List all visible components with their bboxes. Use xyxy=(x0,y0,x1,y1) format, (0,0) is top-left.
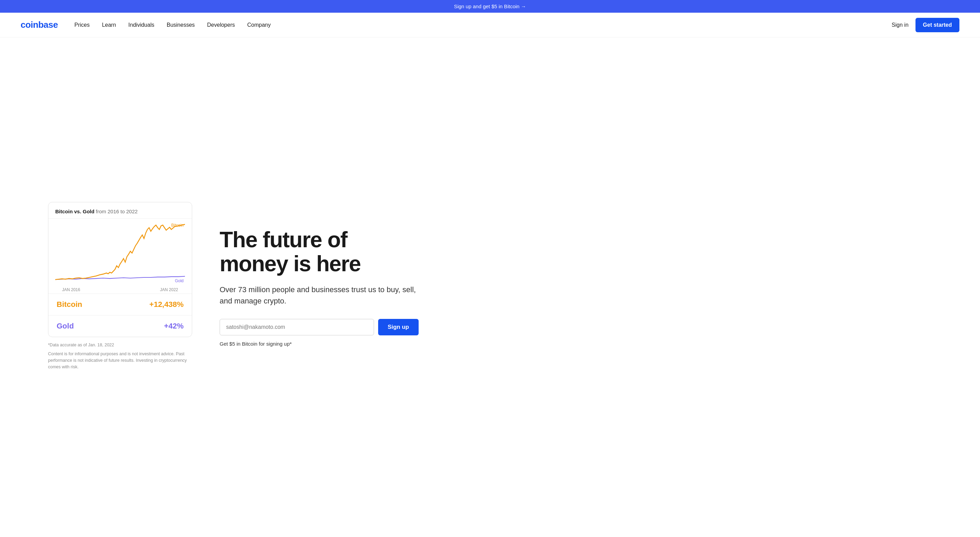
bitcoin-stat-name: Bitcoin xyxy=(57,300,82,309)
chart-svg xyxy=(55,222,185,284)
chart-area: Bitcoin Gold JAN 2016 JAN 2022 xyxy=(48,218,192,294)
nav-item-developers[interactable]: Developers xyxy=(207,22,235,28)
signup-button[interactable]: Sign up xyxy=(378,319,418,335)
gold-stat-row: Gold +42% xyxy=(48,315,192,337)
nav-item-prices[interactable]: Prices xyxy=(75,22,89,28)
logo[interactable]: coinbase xyxy=(21,19,58,30)
nav-item-company[interactable]: Company xyxy=(247,22,270,28)
banner-text: Sign up and get $5 in Bitcoin → xyxy=(454,3,526,9)
nav-actions: Sign in Get started xyxy=(892,18,959,32)
bitcoin-stat-pct: +12,438% xyxy=(149,300,184,309)
hero-bonus-text: Get $5 in Bitcoin for signing up* xyxy=(220,341,418,347)
email-input[interactable] xyxy=(220,319,374,335)
chart-label-end: JAN 2022 xyxy=(160,288,178,292)
chart-axis-labels: JAN 2016 JAN 2022 xyxy=(55,285,185,294)
chart-card: Bitcoin vs. Gold from 2016 to 2022 Bitco… xyxy=(48,202,192,337)
footnote-disclaimer: Content is for informational purposes an… xyxy=(48,351,192,371)
navbar: coinbase Prices Learn Individuals Busine… xyxy=(0,13,980,37)
chart-column: Bitcoin vs. Gold from 2016 to 2022 Bitco… xyxy=(48,202,192,373)
signup-row: Sign up xyxy=(220,319,418,335)
nav-item-businesses[interactable]: Businesses xyxy=(167,22,195,28)
legend-bitcoin: Bitcoin xyxy=(171,223,184,228)
chart-footnotes: *Data accurate as of Jan. 18, 2022 Conte… xyxy=(48,337,192,373)
gold-stat-name: Gold xyxy=(57,322,74,330)
nav-item-individuals[interactable]: Individuals xyxy=(128,22,154,28)
footnote-date: *Data accurate as of Jan. 18, 2022 xyxy=(48,342,192,348)
chart-stats: Bitcoin +12,438% Gold +42% xyxy=(48,294,192,337)
hero-headline: The future of money is here xyxy=(220,228,418,275)
chart-title: Bitcoin vs. Gold from 2016 to 2022 xyxy=(48,202,192,218)
bitcoin-stat-row: Bitcoin +12,438% xyxy=(48,294,192,315)
chart-title-suffix: from 2016 to 2022 xyxy=(94,208,138,214)
get-started-button[interactable]: Get started xyxy=(915,18,959,32)
hero-section: Bitcoin vs. Gold from 2016 to 2022 Bitco… xyxy=(0,37,980,537)
promo-banner[interactable]: Sign up and get $5 in Bitcoin → xyxy=(0,0,980,13)
legend-gold: Gold xyxy=(175,278,184,283)
hero-subtext: Over 73 million people and businesses tr… xyxy=(220,284,418,307)
nav-item-learn[interactable]: Learn xyxy=(102,22,116,28)
gold-stat-pct: +42% xyxy=(164,322,184,330)
signin-button[interactable]: Sign in xyxy=(892,22,908,28)
hero-right: The future of money is here Over 73 mill… xyxy=(220,228,418,346)
chart-title-bold: Bitcoin vs. Gold xyxy=(55,208,94,214)
nav-links: Prices Learn Individuals Businesses Deve… xyxy=(75,22,892,28)
chart-label-start: JAN 2016 xyxy=(62,288,80,292)
